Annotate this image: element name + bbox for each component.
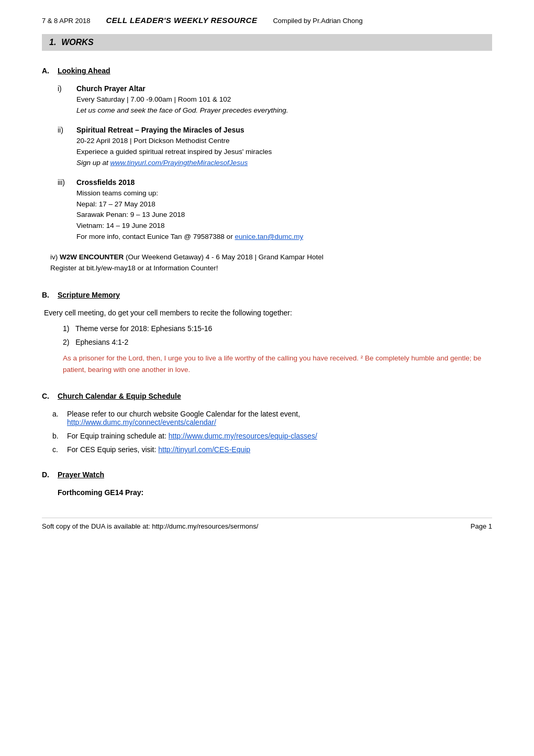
prayer-watch-sub: Forthcoming GE14 Pray: xyxy=(58,488,492,497)
list-item-church-prayer: i) Church Prayer Altar Every Saturday | … xyxy=(58,84,492,116)
scripture-intro: Every cell meeting, do get your cell mem… xyxy=(44,309,492,317)
section-d: D. Prayer Watch Forthcoming GE14 Pray: xyxy=(42,470,492,497)
section-a-label: Looking Ahead xyxy=(58,67,110,75)
church-prayer-line2: Let us come and seek the face of God. Pr… xyxy=(76,105,492,116)
list-item-crossfields: iii) Crossfields 2018 Mission teams comi… xyxy=(58,178,492,243)
section-works-title: WORKS xyxy=(61,38,93,47)
equip-link[interactable]: http://www.dumc.my/resources/equip-class… xyxy=(169,432,317,440)
w2w-bold: W2W ENCOUNTER xyxy=(60,253,124,261)
roman-iv: iv) xyxy=(50,253,60,261)
alpha-a: a. xyxy=(52,410,67,418)
page-header: 7 & 8 APR 2018 CELL LEADER'S WEEKLY RESO… xyxy=(42,16,492,25)
list-item-retreat: ii) Spiritual Retreat – Praying the Mira… xyxy=(58,126,492,169)
section-d-label: Prayer Watch xyxy=(58,470,104,479)
retreat-line2: Experiece a guided spiritual retreat ins… xyxy=(76,147,492,158)
equip-item-a: a. Please refer to our church website Go… xyxy=(52,410,492,426)
section-b-letter: B. xyxy=(42,291,58,299)
roman-ii: ii) xyxy=(58,126,76,134)
section-c-header: C. Church Calendar & Equip Schedule xyxy=(42,392,492,407)
section-b: B. Scripture Memory Every cell meeting, … xyxy=(42,291,492,375)
section-a: A. Looking Ahead i) Church Prayer Altar … xyxy=(42,67,492,274)
scripture-num-2: 2) xyxy=(63,338,75,346)
scripture-text-1: Theme verse for 2018: Ephesians 5:15-16 xyxy=(75,324,213,333)
scripture-num-1: 1) xyxy=(63,324,75,333)
section-b-label: Scripture Memory xyxy=(58,291,120,299)
equip-list: a. Please refer to our church website Go… xyxy=(52,410,492,454)
eunice-email-link[interactable]: eunice.tan@dumc.my xyxy=(235,233,303,240)
church-prayer-line1: Every Saturday | 7.00 -9.00am | Room 101… xyxy=(76,94,492,105)
crossfields-nepal: Nepal: 17 – 27 May 2018 xyxy=(76,199,492,210)
section-works-number: 1. xyxy=(49,38,56,47)
crossfields-contact: For more info, contact Eunice Tan @ 7958… xyxy=(76,232,492,243)
list-item-w2w: iv) W2W ENCOUNTER (Our Weekend Getaway) … xyxy=(50,252,492,274)
page-footer: Soft copy of the DUA is available at: ht… xyxy=(42,518,492,530)
calendar-link[interactable]: http://www.dumc.my/connect/events/calend… xyxy=(67,418,216,426)
church-prayer-content: Church Prayer Altar Every Saturday | 7.0… xyxy=(76,84,492,116)
retreat-title: Spiritual Retreat – Praying the Miracles… xyxy=(76,126,492,134)
equip-text-c: For CES Equip series, visit: http://tiny… xyxy=(67,445,250,454)
scripture-quote: As a prisoner for the Lord, then, I urge… xyxy=(63,353,492,375)
section-a-letter: A. xyxy=(42,67,58,75)
equip-item-b: b. For Equip training schedule at: http:… xyxy=(52,432,492,440)
scripture-item-2: 2) Ephesians 4:1-2 xyxy=(63,338,492,346)
ces-link[interactable]: http://tinyurl.com/CES-Equip xyxy=(158,445,250,454)
church-prayer-title: Church Prayer Altar xyxy=(76,84,492,93)
section-c: C. Church Calendar & Equip Schedule a. P… xyxy=(42,392,492,454)
header-date: 7 & 8 APR 2018 xyxy=(42,17,91,25)
crossfields-line1: Mission teams coming up: xyxy=(76,188,492,199)
retreat-line1: 20-22 April 2018 | Port Dickson Methodis… xyxy=(76,136,492,147)
section-c-letter: C. xyxy=(42,392,58,400)
roman-i: i) xyxy=(58,84,76,93)
section-works-bar: 1. WORKS xyxy=(42,34,492,51)
w2w-register: Register at bit.ly/ew-may18 or at Inform… xyxy=(50,264,218,272)
footer-page: Page 1 xyxy=(471,522,492,530)
retreat-line3: Sign up at www.tinyurl.com/PrayingtheMir… xyxy=(76,158,492,169)
alpha-b: b. xyxy=(52,432,67,440)
section-b-header: B. Scripture Memory xyxy=(42,291,492,305)
scripture-text-2: Ephesians 4:1-2 xyxy=(75,338,128,346)
equip-item-c: c. For CES Equip series, visit: http://t… xyxy=(52,445,492,454)
scripture-item-1: 1) Theme verse for 2018: Ephesians 5:15-… xyxy=(63,324,492,333)
alpha-c: c. xyxy=(52,445,67,454)
section-a-header: A. Looking Ahead xyxy=(42,67,492,81)
section-d-header: D. Prayer Watch xyxy=(42,470,492,485)
section-d-letter: D. xyxy=(42,470,58,479)
w2w-rest: (Our Weekend Getaway) 4 - 6 May 2018 | G… xyxy=(124,253,323,261)
header-title: CELL LEADER'S WEEKLY RESOURCE xyxy=(106,16,258,25)
roman-iii: iii) xyxy=(58,178,76,187)
scripture-list: 1) Theme verse for 2018: Ephesians 5:15-… xyxy=(63,324,492,346)
equip-text-a: Please refer to our church website Googl… xyxy=(67,410,300,426)
crossfields-vietnam: Vietnam: 14 – 19 June 2018 xyxy=(76,221,492,232)
equip-text-b: For Equip training schedule at: http://w… xyxy=(67,432,317,440)
retreat-link[interactable]: www.tinyurl.com/PrayingtheMiraclesofJesu… xyxy=(110,159,248,167)
crossfields-title: Crossfields 2018 xyxy=(76,178,492,187)
crossfields-content: Crossfields 2018 Mission teams coming up… xyxy=(76,178,492,243)
retreat-content: Spiritual Retreat – Praying the Miracles… xyxy=(76,126,492,169)
header-compiled: Compiled by Pr.Adrian Chong xyxy=(273,17,362,25)
crossfields-sarawak: Sarawak Penan: 9 – 13 June 2018 xyxy=(76,210,492,221)
section-c-label: Church Calendar & Equip Schedule xyxy=(58,392,181,400)
footer-text: Soft copy of the DUA is available at: ht… xyxy=(42,522,258,530)
